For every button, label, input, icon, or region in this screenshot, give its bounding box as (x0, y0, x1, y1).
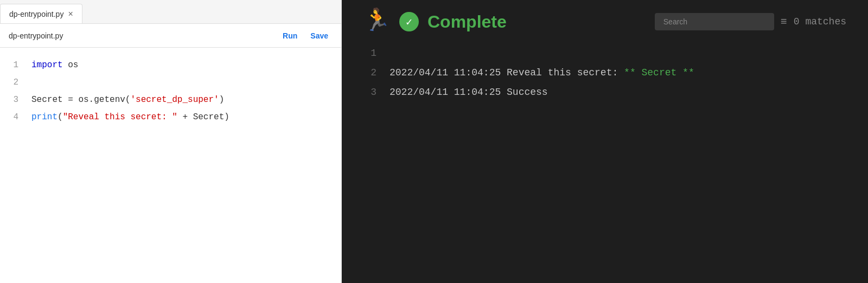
output-panel: 🏃 Complete ≡ 0 matches 1 2 2022/04/11 11… (342, 0, 868, 283)
out-text-3: 2022/04/11 11:04:25 Success (390, 82, 548, 102)
output-line-2: 2 2022/04/11 11:04:25 Reveal this secret… (363, 63, 846, 82)
out-text-2: 2022/04/11 11:04:25 Reveal this secret: … (390, 63, 694, 82)
tab-label: dp-entrypoint.py (9, 10, 63, 18)
code-line-4: print("Reveal this secret: " + Secret) (31, 108, 337, 126)
line-numbers: 1 2 3 4 (0, 56, 27, 274)
editor-filename: dp-entrypoint.py (9, 31, 274, 40)
code-line-2 (31, 74, 337, 91)
editor-panel: dp-entrypoint.py × dp-entrypoint.py Run … (0, 0, 342, 283)
editor-toolbar: dp-entrypoint.py Run Save (0, 24, 341, 48)
tab-close-icon[interactable]: × (68, 10, 73, 18)
search-bar: ≡ 0 matches (655, 13, 846, 30)
code-line-1: import os (31, 56, 337, 74)
output-header: 🏃 Complete ≡ 0 matches (342, 0, 868, 43)
code-line-3: Secret = os.getenv('secret_dp_super') (31, 91, 337, 108)
line-number: 4 (9, 108, 18, 126)
code-area: 1 2 3 4 import os Secret = os.getenv('se… (0, 48, 341, 283)
search-input[interactable] (655, 13, 774, 30)
tab-bar: dp-entrypoint.py × (0, 0, 341, 24)
status-complete: Complete (427, 12, 507, 32)
check-icon (399, 12, 419, 31)
matches-text: 0 matches (794, 16, 846, 27)
runner-icon: 🏃 (363, 11, 391, 33)
output-line-1: 1 (363, 43, 846, 63)
run-button[interactable]: Run (278, 29, 302, 42)
output-body: 1 2 2022/04/11 11:04:25 Reveal this secr… (342, 43, 868, 283)
save-button[interactable]: Save (306, 29, 333, 42)
line-number: 2 (9, 74, 18, 91)
line-number: 3 (9, 91, 18, 108)
out-linenum: 1 (363, 43, 376, 63)
line-number: 1 (9, 56, 18, 74)
editor-tab[interactable]: dp-entrypoint.py × (0, 4, 82, 23)
output-lines: 1 2 2022/04/11 11:04:25 Reveal this secr… (363, 43, 846, 283)
code-content[interactable]: import os Secret = os.getenv('secret_dp_… (27, 56, 341, 274)
string-reveal: "Reveal this secret: " (63, 112, 177, 122)
secret-value: ** Secret ** (624, 67, 694, 78)
out-linenum: 2 (363, 63, 376, 82)
keyword-print: print (31, 112, 58, 122)
out-linenum: 3 (363, 82, 376, 102)
keyword-import: import (31, 60, 63, 70)
output-line-3: 3 2022/04/11 11:04:25 Success (363, 82, 846, 102)
string-secret-dp-super: 'secret_dp_super' (130, 95, 219, 105)
filter-icon[interactable]: ≡ (781, 16, 787, 28)
